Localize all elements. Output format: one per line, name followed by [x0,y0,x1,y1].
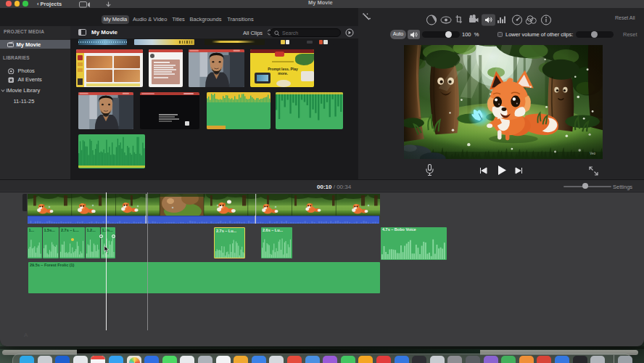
svg-text:Veo: Veo [590,152,595,155]
